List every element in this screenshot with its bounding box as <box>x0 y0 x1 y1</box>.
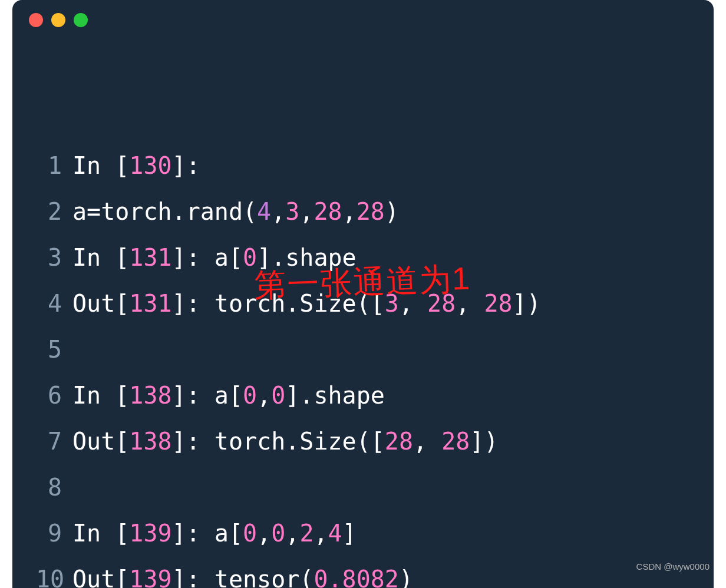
code-token: , <box>314 520 328 547</box>
code-token: ]: a[ <box>172 520 243 547</box>
code-content: Out[139]: tensor(0.8082) <box>72 556 690 588</box>
code-token: , <box>299 198 314 225</box>
code-line: 5 <box>36 326 690 372</box>
code-line: 9In [139]: a[0,0,2,4] <box>36 510 690 556</box>
code-line: 6In [138]: a[0,0].shape <box>36 372 690 418</box>
code-token: 139 <box>129 520 171 547</box>
titlebar <box>12 0 714 33</box>
code-token: ]: torch.Size([ <box>172 428 385 455</box>
code-token: ].shape <box>257 244 357 271</box>
code-token: ]: torch.Size([ <box>172 290 385 317</box>
code-token: 131 <box>129 244 171 271</box>
code-token: ) <box>385 198 399 225</box>
code-token: 0 <box>243 382 257 409</box>
line-number: 7 <box>36 418 72 464</box>
code-token: ]) <box>513 290 541 317</box>
code-token: , <box>285 520 299 547</box>
close-icon[interactable] <box>29 13 43 27</box>
code-content: In [130]: <box>72 143 690 189</box>
code-line: 1In [130]: <box>36 143 690 189</box>
code-line: 8 <box>36 464 690 510</box>
line-number: 8 <box>36 464 72 510</box>
code-token: , <box>413 428 441 455</box>
code-token: 3 <box>385 290 399 317</box>
code-token: ) <box>399 566 413 588</box>
code-line: 10Out[139]: tensor(0.8082) <box>36 556 690 588</box>
code-token: 0 <box>243 520 257 547</box>
code-token: ]) <box>470 428 498 455</box>
code-content: In [138]: a[0,0].shape <box>72 372 690 418</box>
code-token: , <box>257 382 271 409</box>
line-number: 3 <box>36 234 72 280</box>
code-token: ]: a[ <box>172 244 243 271</box>
code-token: In [ <box>72 152 129 179</box>
code-token: 28 <box>357 198 385 225</box>
code-token: ].shape <box>285 382 385 409</box>
code-token: , <box>271 198 285 225</box>
code-token: ]: a[ <box>172 382 243 409</box>
maximize-icon[interactable] <box>74 13 88 27</box>
code-token: , <box>399 290 427 317</box>
code-token: 28 <box>484 290 512 317</box>
code-line: 2a=torch.rand(4,3,28,28) <box>36 189 690 234</box>
code-area: 1In [130]:2a=torch.rand(4,3,28,28)3In [1… <box>12 33 714 588</box>
code-token: Out[ <box>72 566 129 588</box>
line-number: 9 <box>36 510 72 556</box>
code-token: Out[ <box>72 290 129 317</box>
terminal-window: 1In [130]:2a=torch.rand(4,3,28,28)3In [1… <box>12 0 714 588</box>
code-line: 4Out[131]: torch.Size([3, 28, 28]) <box>36 280 690 326</box>
code-token: 4 <box>328 520 342 547</box>
code-token: ]: <box>172 152 200 179</box>
code-token: 0 <box>271 382 285 409</box>
code-content <box>72 326 690 372</box>
code-token: 138 <box>129 382 171 409</box>
line-number: 10 <box>36 556 72 588</box>
code-content <box>72 464 690 510</box>
code-line: 3In [131]: a[0].shape <box>36 234 690 280</box>
minimize-icon[interactable] <box>51 13 65 27</box>
code-token: In [ <box>72 244 129 271</box>
line-number: 4 <box>36 280 72 326</box>
code-token: 4 <box>257 198 271 225</box>
code-content: In [139]: a[0,0,2,4] <box>72 510 690 556</box>
code-token: In [ <box>72 520 129 547</box>
code-token: In [ <box>72 382 129 409</box>
code-token: 28 <box>441 428 470 455</box>
line-number: 5 <box>36 326 72 372</box>
code-token: a=torch.rand( <box>72 198 257 225</box>
code-token: ]: tensor( <box>172 566 314 588</box>
code-token: 0 <box>271 520 285 547</box>
code-token: ] <box>342 520 357 547</box>
watermark: CSDN @wyw0000 <box>636 561 710 572</box>
line-number: 6 <box>36 372 72 418</box>
code-token: 28 <box>385 428 413 455</box>
code-content: Out[138]: torch.Size([28, 28]) <box>72 418 690 464</box>
code-token: 138 <box>129 428 171 455</box>
code-token: , <box>342 198 357 225</box>
code-content: Out[131]: torch.Size([3, 28, 28]) <box>72 280 690 326</box>
line-number: 2 <box>36 189 72 234</box>
code-content: a=torch.rand(4,3,28,28) <box>72 189 690 234</box>
code-token: , <box>257 520 271 547</box>
code-token: , <box>456 290 484 317</box>
code-token: 131 <box>129 290 171 317</box>
code-line: 7Out[138]: torch.Size([28, 28]) <box>36 418 690 464</box>
code-content: In [131]: a[0].shape <box>72 234 690 280</box>
line-number: 1 <box>36 143 72 189</box>
code-token: 3 <box>285 198 299 225</box>
code-token: 139 <box>129 566 171 588</box>
code-token: 0.8082 <box>314 566 399 588</box>
code-token: 28 <box>314 198 342 225</box>
code-token: Out[ <box>72 428 129 455</box>
code-token: 28 <box>427 290 456 317</box>
code-token: 2 <box>299 520 314 547</box>
code-token: 130 <box>129 152 171 179</box>
code-token: 0 <box>243 244 257 271</box>
